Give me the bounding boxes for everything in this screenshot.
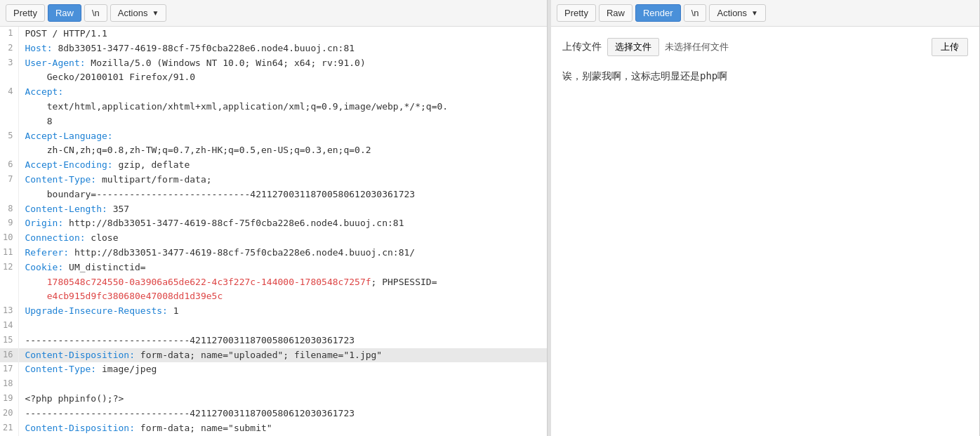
line-content: <?php phpinfo();?>	[19, 392, 547, 407]
line-content: Accept-Language: zh-CN,zh;q=0.8,zh-TW;q=…	[19, 129, 547, 159]
left-raw-btn[interactable]: Raw	[48, 4, 81, 22]
line-number: 20	[0, 407, 19, 421]
table-row: 2Host: 8db33051-3477-4619-88cf-75f0cba22…	[0, 41, 547, 56]
table-row: 15------------------------------42112700…	[0, 333, 547, 348]
table-row: 21Content-Disposition: form-data; name="…	[0, 421, 547, 436]
table-row: 19<?php phpinfo();?>	[0, 392, 547, 407]
table-row: 5Accept-Language: zh-CN,zh;q=0.8,zh-TW;q…	[0, 129, 547, 159]
table-row: 9Origin: http://8db33051-3477-4619-88cf-…	[0, 216, 547, 231]
line-number: 18	[0, 377, 19, 392]
line-content: Accept-Encoding: gzip, deflate	[19, 158, 547, 173]
table-row: 16Content-Disposition: form-data; name="…	[0, 348, 547, 363]
left-pane: Pretty Raw \n Actions ▼ 1POST / HTTP/1.1…	[0, 0, 548, 436]
right-newline-btn[interactable]: \n	[684, 4, 707, 22]
right-actions-btn[interactable]: Actions ▼	[709, 4, 766, 22]
line-content: Content-Disposition: form-data; name="up…	[19, 348, 547, 363]
chevron-down-icon: ▼	[152, 9, 159, 17]
upload-label: 上传文件	[562, 38, 602, 55]
line-content	[19, 319, 547, 333]
line-number: 3	[0, 56, 19, 86]
table-row: 17Content-Type: image/jpeg	[0, 362, 547, 377]
line-content: User-Agent: Mozilla/5.0 (Windows NT 10.0…	[19, 56, 547, 86]
line-number: 14	[0, 319, 19, 333]
line-content: Content-Disposition: form-data; name="su…	[19, 421, 547, 436]
line-number: 2	[0, 41, 19, 56]
line-content: Origin: http://8db33051-3477-4619-88cf-7…	[19, 216, 547, 231]
line-number: 4	[0, 85, 19, 128]
line-content: Content-Length: 357	[19, 202, 547, 217]
chevron-down-icon-right: ▼	[751, 9, 758, 17]
line-content: Accept: text/html,application/xhtml+xml,…	[19, 85, 547, 128]
table-row: 8Content-Length: 357	[0, 202, 547, 217]
line-content: ------------------------------4211270031…	[19, 407, 547, 421]
table-row: 7Content-Type: multipart/form-data; boun…	[0, 173, 547, 202]
line-content: Referer: http://8db33051-3477-4619-88cf-…	[19, 246, 547, 260]
line-content	[19, 377, 547, 392]
right-render-btn[interactable]: Render	[635, 4, 681, 22]
table-row: 20------------------------------42112700…	[0, 407, 547, 421]
line-number: 15	[0, 333, 19, 348]
line-number: 10	[0, 231, 19, 246]
line-number: 9	[0, 216, 19, 231]
line-content: POST / HTTP/1.1	[19, 27, 547, 41]
upload-row: 上传文件 选择文件 未选择任何文件 上传	[562, 38, 968, 56]
left-toolbar: Pretty Raw \n Actions ▼	[0, 0, 547, 27]
right-pane: Pretty Raw Render \n Actions ▼ 上传文件 选择文件…	[551, 0, 980, 436]
upload-submit-btn[interactable]: 上传	[932, 38, 968, 56]
line-number: 7	[0, 173, 19, 202]
line-content: Content-Type: multipart/form-data; bound…	[19, 173, 547, 202]
left-newline-btn[interactable]: \n	[84, 4, 107, 22]
line-content: Upgrade-Insecure-Requests: 1	[19, 304, 547, 319]
response-text: 诶，别蒙我啊，这标志明显还是php啊	[562, 67, 968, 85]
right-pretty-btn[interactable]: Pretty	[557, 4, 596, 22]
line-number: 8	[0, 202, 19, 217]
no-file-text: 未选择任何文件	[665, 39, 729, 55]
table-row: 14	[0, 319, 547, 333]
request-lines-table: 1POST / HTTP/1.12Host: 8db33051-3477-461…	[0, 27, 547, 436]
line-content: Host: 8db33051-3477-4619-88cf-75f0cba228…	[19, 41, 547, 56]
line-number: 17	[0, 362, 19, 377]
line-content: Content-Type: image/jpeg	[19, 362, 547, 377]
line-number: 21	[0, 421, 19, 436]
line-number: 13	[0, 304, 19, 319]
left-actions-btn[interactable]: Actions ▼	[110, 4, 167, 22]
line-content: Cookie: UM_distinctid= 1780548c724550-0a…	[19, 260, 547, 304]
line-number: 16	[0, 348, 19, 363]
choose-file-btn[interactable]: 选择文件	[607, 38, 659, 56]
table-row: 4Accept: text/html,application/xhtml+xml…	[0, 85, 547, 128]
line-number: 5	[0, 129, 19, 159]
line-number: 12	[0, 260, 19, 304]
line-number: 11	[0, 246, 19, 260]
table-row: 13Upgrade-Insecure-Requests: 1	[0, 304, 547, 319]
table-row: 12Cookie: UM_distinctid= 1780548c724550-…	[0, 260, 547, 304]
table-row: 11Referer: http://8db33051-3477-4619-88c…	[0, 246, 547, 260]
table-row: 18	[0, 377, 547, 392]
line-content: Connection: close	[19, 231, 547, 246]
line-content: ------------------------------4211270031…	[19, 333, 547, 348]
table-row: 3User-Agent: Mozilla/5.0 (Windows NT 10.…	[0, 56, 547, 86]
table-row: 10Connection: close	[0, 231, 547, 246]
right-content-area: 上传文件 选择文件 未选择任何文件 上传 诶，别蒙我啊，这标志明显还是php啊	[551, 27, 979, 96]
right-raw-btn[interactable]: Raw	[599, 4, 633, 22]
left-pretty-btn[interactable]: Pretty	[6, 4, 45, 22]
right-toolbar: Pretty Raw Render \n Actions ▼	[551, 0, 979, 27]
line-number: 19	[0, 392, 19, 407]
table-row: 1POST / HTTP/1.1	[0, 27, 547, 41]
line-number: 6	[0, 158, 19, 173]
line-number: 1	[0, 27, 19, 41]
left-content-area[interactable]: 1POST / HTTP/1.12Host: 8db33051-3477-461…	[0, 27, 547, 436]
table-row: 6Accept-Encoding: gzip, deflate	[0, 158, 547, 173]
